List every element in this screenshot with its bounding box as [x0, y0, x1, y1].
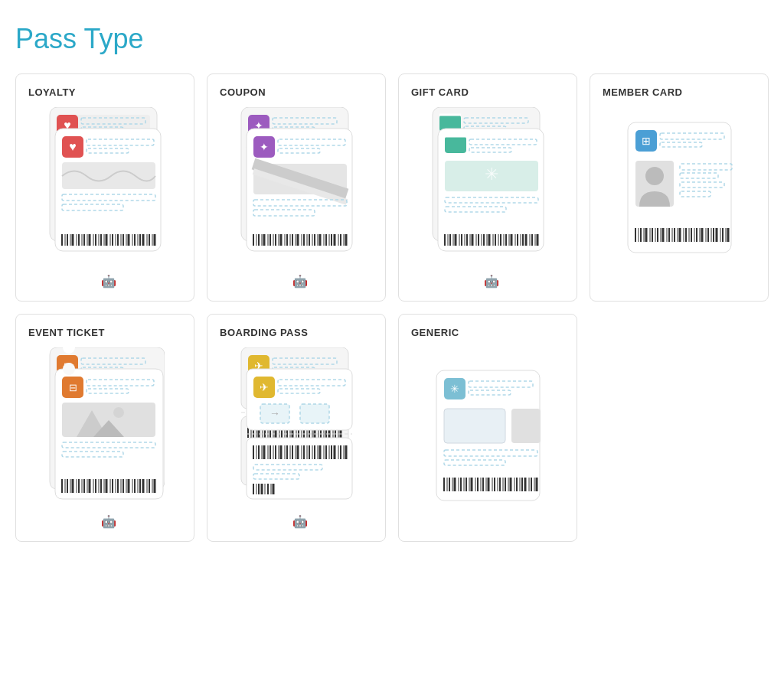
svg-rect-516: [511, 409, 541, 443]
loyalty-illustration: ♥: [28, 107, 181, 268]
android-icon: 🤖: [292, 514, 308, 529]
svg-text:✦: ✦: [260, 141, 269, 153]
boarding-pass-illustration: ✈ →: [220, 347, 373, 508]
coupon-illustration: ✦ $$ off: [220, 107, 373, 268]
svg-point-351: [63, 363, 75, 375]
svg-rect-49: [62, 162, 155, 189]
generic-card[interactable]: GENERIC ✳: [398, 314, 577, 542]
coupon-label: COUPON: [220, 86, 266, 98]
svg-text:→: →: [270, 407, 280, 419]
coupon-card[interactable]: COUPON ✦ $$ off: [207, 73, 386, 302]
boarding-pass-label: BOARDING PASS: [220, 327, 308, 338]
page-title: Pass Type: [15, 23, 769, 55]
android-icon: 🤖: [101, 274, 116, 289]
boarding-pass-platforms: 🤖: [285, 514, 308, 529]
loyalty-label: LOYALTY: [28, 86, 76, 98]
svg-text:⊟: ⊟: [68, 382, 77, 393]
svg-text:✳: ✳: [485, 165, 498, 184]
android-icon: 🤖: [484, 274, 499, 289]
generic-illustration: ✳: [411, 347, 564, 523]
member-card-illustration: ⊞: [603, 107, 756, 282]
event-ticket-illustration: ⊟: [28, 347, 181, 508]
svg-rect-219: [445, 136, 466, 153]
loyalty-platforms: 🤖: [93, 274, 116, 289]
svg-text:♥: ♥: [69, 140, 77, 153]
svg-text:⊞: ⊞: [642, 135, 651, 147]
svg-point-359: [113, 407, 124, 418]
gift-card-label: GIFT CARD: [411, 86, 469, 98]
gift-card-platforms: 🤖: [476, 274, 499, 289]
svg-point-267: [645, 167, 664, 185]
svg-rect-464: [300, 404, 329, 423]
svg-rect-515: [444, 409, 505, 443]
event-ticket-card[interactable]: EVENT TICKET ⊟: [15, 314, 194, 542]
member-card-label: MEMBER CARD: [603, 86, 682, 98]
gift-card-illustration: ✳: [411, 107, 564, 268]
coupon-platforms: 🤖: [285, 274, 308, 289]
svg-text:✈: ✈: [260, 381, 269, 393]
event-ticket-platforms: 🤖: [93, 514, 116, 529]
android-icon: 🤖: [101, 514, 116, 529]
event-ticket-label: EVENT TICKET: [28, 327, 105, 338]
loyalty-card[interactable]: LOYALTY ♥: [15, 73, 194, 302]
svg-text:✳: ✳: [450, 383, 459, 395]
bottom-row-grid: EVENT TICKET ⊟: [15, 314, 769, 542]
android-icon: 🤖: [292, 274, 308, 289]
gift-card-card[interactable]: GIFT CARD ✳: [398, 73, 577, 302]
top-row-grid: LOYALTY ♥: [15, 73, 769, 302]
generic-label: GENERIC: [411, 327, 459, 338]
member-card-card[interactable]: MEMBER CARD ⊞: [590, 73, 769, 302]
boarding-pass-card[interactable]: BOARDING PASS ✈ →: [207, 314, 386, 542]
